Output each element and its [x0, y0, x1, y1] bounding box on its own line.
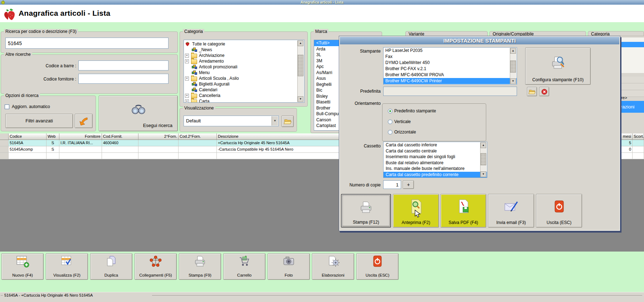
toolbar-cart-button[interactable]: Carrello — [223, 253, 265, 280]
auto-update-checkbox[interactable] — [5, 104, 9, 109]
document-gear-icon — [326, 255, 340, 268]
dialog-titlebar[interactable]: IMPOSTAZIONE STAMPANTI — [340, 37, 619, 44]
cell-web: S — [47, 140, 59, 146]
column-header-scorte[interactable]: Scort.. — [633, 133, 644, 140]
dropdown-arrow-icon[interactable]: ▼ — [272, 116, 278, 126]
tree-item[interactable]: +Archiviazione — [185, 53, 304, 58]
copies-increment-button[interactable]: + — [403, 180, 414, 189]
visualization-folder-button[interactable] — [282, 116, 294, 127]
column-header-codfornit[interactable]: Cod.Fornit. — [102, 133, 138, 140]
printer-item[interactable]: Fax — [384, 54, 517, 60]
tree-item[interactable]: +Arredamento — [185, 58, 304, 64]
scrollbar-thumb[interactable] — [480, 153, 486, 165]
barcode-input[interactable] — [78, 60, 169, 70]
printer-item[interactable]: DYMO LabelWriter 450 — [384, 60, 517, 66]
expand-icon[interactable]: + — [185, 77, 189, 81]
expand-icon[interactable]: + — [185, 99, 189, 103]
tree-item[interactable]: Biglietti Augurali — [185, 81, 304, 87]
default-printer-field — [383, 87, 517, 96]
row-selector[interactable] — [0, 146, 9, 153]
tree-item[interactable]: _News — [185, 47, 304, 53]
scroll-up-icon[interactable]: ▲ — [298, 40, 303, 46]
printer-item[interactable]: Brother PC-FAX v.2.1 — [384, 66, 517, 72]
tray-item-selected[interactable]: Carta dal cassetto predefinito corrente — [384, 172, 487, 178]
tree-item[interactable]: Menu — [185, 70, 304, 76]
toolbar-new-button[interactable]: Nuovo (F4) — [1, 253, 44, 280]
cell-fornitore — [59, 146, 102, 153]
scroll-down-icon[interactable]: ▼ — [480, 171, 486, 177]
row-selector[interactable] — [0, 153, 9, 159]
toolbar-processing-button[interactable]: Elaborazioni — [312, 253, 354, 280]
dialog-exit-button[interactable]: Uscita (ESC) — [536, 194, 582, 228]
tray-item[interactable]: Carta dal cassetto inferiore — [384, 142, 487, 148]
dialog-exit-button-label: Uscita (ESC) — [536, 220, 582, 225]
tray-item[interactable]: Ins. manuale delle buste nell'alimentato… — [384, 166, 487, 172]
tree-item[interactable]: Calendari — [185, 87, 304, 93]
tree-item-root[interactable]: Tutte le categorie — [185, 41, 304, 47]
visualization-dropdown[interactable]: Default ▼ — [184, 116, 279, 126]
advanced-filters-button[interactable]: Filtri avanzati — [5, 114, 73, 128]
tray-item[interactable]: Inserimento manuale dei singoli fogli — [384, 154, 487, 160]
window-titlebar[interactable]: Anagrafica articoli - Lista — [0, 0, 644, 5]
tree-item[interactable]: +Cancelleria — [185, 93, 304, 98]
clear-default-button[interactable] — [539, 87, 549, 96]
tray-label: Cassetto — [339, 143, 381, 148]
column-header-cod2forn[interactable]: Cod.2°Forn. — [179, 133, 217, 140]
row-selector[interactable] — [0, 140, 9, 146]
toolbar-exit-button[interactable]: Uscita (ESC) — [356, 253, 399, 280]
tree-item[interactable]: +Articoli Scuola , Asilo — [185, 76, 304, 81]
save-pdf-button[interactable]: Salva PDF (F4) — [440, 194, 486, 228]
orientation-default-radio[interactable] — [388, 109, 392, 113]
expand-icon[interactable]: + — [185, 94, 189, 98]
scroll-up-icon[interactable]: ▲ — [480, 142, 486, 148]
send-email-button[interactable]: Invia email (F3) — [488, 194, 534, 228]
printer-item[interactable]: HP LaserJet P2035 — [384, 48, 517, 54]
toolbar-links-button[interactable]: Collegamenti (F5) — [135, 253, 177, 280]
toolbar-duplicate-button[interactable]: Duplica — [90, 253, 132, 280]
execute-search-button[interactable]: Esegui ricerca — [99, 96, 178, 131]
column-header-2forn[interactable]: 2°Forn. — [138, 133, 179, 140]
tree-item-label: _News — [199, 47, 212, 52]
window-title: Anagrafica articoli - Lista — [301, 0, 343, 4]
column-header-codice[interactable]: Codice — [9, 133, 47, 140]
column-header-web[interactable]: Web — [47, 133, 59, 140]
quick-filter-button[interactable] — [75, 114, 93, 128]
expand-icon[interactable]: + — [185, 59, 189, 63]
orientation-landscape-radio[interactable] — [388, 130, 392, 135]
page-title: Anagrafica articoli - Lista — [19, 9, 110, 18]
expand-icon[interactable]: + — [185, 54, 189, 58]
tray-scrollbar[interactable]: ▲ ▼ — [480, 142, 487, 177]
tray-item[interactable]: Buste dal relativo alimentatore — [384, 160, 487, 166]
highlighted-band[interactable]: razioni — [620, 101, 644, 113]
scroll-up-icon[interactable]: ▲ — [510, 48, 516, 54]
tree-item[interactable]: +Carta — [185, 98, 304, 103]
column-header-mesi[interactable]: mesi — [620, 133, 633, 140]
pick-default-button[interactable] — [527, 87, 537, 96]
cell-2forn — [138, 146, 179, 153]
category-tree: Tutte le categorie _News +Archiviazione … — [184, 40, 304, 103]
category-scrollbar[interactable]: ▲ ▼ — [297, 40, 304, 102]
column-header-fornitore[interactable]: Fornitore — [59, 133, 102, 140]
category-group-label: Categoria — [183, 29, 204, 34]
printer-scrollbar[interactable]: ▲ ▼ — [510, 48, 516, 84]
printer-item[interactable]: Brother MFC-6490CW PROVA — [384, 72, 517, 78]
folder-icon — [191, 59, 197, 64]
toolbar-view-button[interactable]: Visualizza (F2) — [46, 253, 88, 280]
orientation-portrait-radio[interactable] — [388, 120, 392, 124]
search-input[interactable] — [5, 38, 169, 49]
right-list-selected-row[interactable] — [620, 42, 644, 47]
print-button[interactable]: Stampa (F12) — [341, 194, 391, 228]
right-category-groupbox: Categoria — [588, 31, 644, 36]
scrollbar-thumb[interactable] — [510, 60, 516, 73]
printer-item-selected[interactable]: Brother MFC-6490CW Printer — [384, 78, 517, 84]
scrollbar-thumb[interactable] — [298, 55, 303, 76]
copies-input[interactable] — [383, 180, 401, 189]
scroll-down-icon[interactable]: ▼ — [298, 96, 303, 102]
tree-item[interactable]: Articoli promozionali — [185, 64, 304, 70]
configure-printer-button[interactable]: Configura stampante (F10) — [525, 48, 591, 85]
toolbar-print-button[interactable]: Stampa (F9) — [179, 253, 221, 280]
scroll-down-icon[interactable]: ▼ — [510, 78, 516, 84]
toolbar-photo-button[interactable]: Foto — [268, 253, 310, 280]
tray-item[interactable]: Carta dal cassetto centrale — [384, 148, 487, 154]
supplier-code-input[interactable] — [78, 74, 169, 84]
